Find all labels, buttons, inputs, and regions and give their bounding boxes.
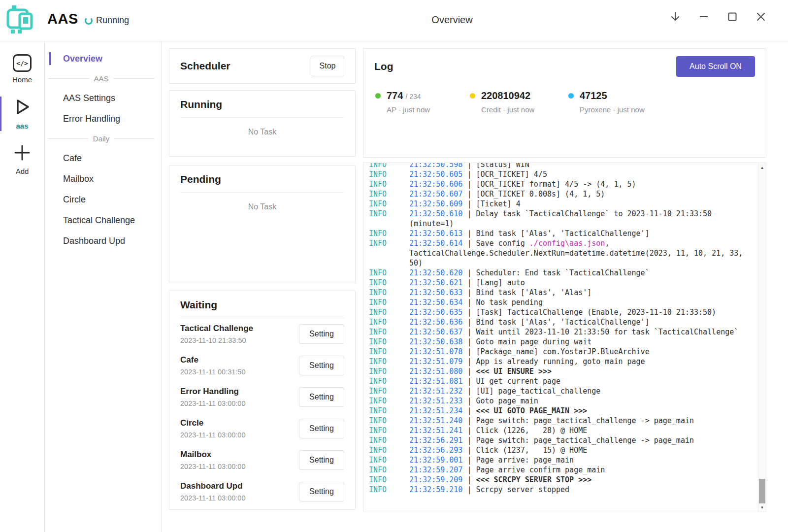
- log-header: Log Auto Scroll ON: [374, 56, 755, 77]
- log-separator: |: [462, 475, 476, 484]
- log-level: INFO: [369, 347, 409, 357]
- minimize-icon[interactable]: [696, 8, 711, 26]
- log-entry: INFO21:32:50.607 | [OCR_TICKET 0.008s] (…: [369, 189, 758, 199]
- log-timestamp: 21:32:51.080: [409, 367, 462, 376]
- stat-dot: [470, 93, 475, 99]
- log-body: 21:32:56.293 | Click (1237, 15) @ HOME: [409, 445, 745, 455]
- rail-item-add[interactable]: Add: [0, 138, 44, 181]
- sidebar-item-error-handling[interactable]: Error Handling: [45, 108, 161, 129]
- log-timestamp: 21:32:51.233: [409, 397, 462, 405]
- log-timestamp: 21:32:50.609: [409, 200, 462, 208]
- log-message: Wait until 2023-11-10 21:33:50 for task …: [476, 328, 738, 336]
- log-entry: INFO21:32:50.633 | Bind task ['Alas', 'A…: [369, 288, 758, 298]
- log-separator: |: [462, 357, 476, 366]
- task-setting-button[interactable]: Setting: [299, 356, 344, 375]
- log-level: INFO: [369, 317, 409, 327]
- task-setting-button[interactable]: Setting: [299, 324, 344, 344]
- sidebar-item-mailbox[interactable]: Mailbox: [45, 168, 161, 189]
- maximize-icon[interactable]: [725, 8, 740, 26]
- log-level: INFO: [369, 169, 409, 179]
- log-body: 21:32:59.207 | Page arrive confirm page_…: [409, 465, 745, 475]
- task-setting-button[interactable]: Setting: [299, 387, 344, 407]
- log-timestamp: 21:32:56.293: [409, 446, 462, 455]
- auto-scroll-button[interactable]: Auto Scroll ON: [676, 56, 755, 77]
- log-body: 21:32:56.291 | Page switch: page_tactica…: [409, 435, 745, 445]
- log-body: 21:32:51.241 | Click (1226, 28) @ HOME: [409, 426, 745, 435]
- log-lines: INFO21:32:50.598 | [Status] WININFO21:32…: [363, 163, 758, 512]
- log-level: INFO: [369, 209, 409, 229]
- log-message: [Status] WIN: [476, 163, 529, 169]
- log-timestamp: 21:32:50.635: [409, 308, 462, 317]
- waiting-task-list: Tactical Challenge2023-11-10 21:33:50Set…: [180, 318, 344, 507]
- log-body: 21:32:50.634 | No task pending: [409, 298, 745, 307]
- scroll-up-icon[interactable]: ▲: [758, 164, 766, 171]
- log-message: App is already running, goto main page: [476, 357, 645, 366]
- log-message: Page arrive: page_main: [476, 456, 574, 465]
- stat-value: 774/ 234: [387, 90, 430, 101]
- log-timestamp: 21:32:50.606: [409, 180, 462, 189]
- task-setting-button[interactable]: Setting: [299, 482, 344, 501]
- log-separator: |: [462, 278, 476, 287]
- log-separator: |: [462, 200, 476, 208]
- log-scrollbar[interactable]: ▲ ▼: [758, 163, 766, 512]
- log-body: 21:32:59.001 | Page arrive: page_main: [409, 455, 745, 465]
- scroll-down-icon[interactable]: ▼: [758, 503, 766, 511]
- sidebar-item-cafe[interactable]: Cafe: [45, 148, 161, 168]
- sidebar-item-tactical-challenge[interactable]: Tactical Challenge: [45, 210, 161, 231]
- close-icon[interactable]: [754, 8, 768, 26]
- waiting-task-info: Error Handling2023-11-11 03:00:00: [180, 387, 246, 407]
- window-controls: [668, 7, 768, 27]
- log-message: [Package_name] com.YostarJP.BlueArchive: [476, 347, 649, 356]
- waiting-task-row: Cafe2023-11-11 00:31:50Setting: [180, 350, 344, 381]
- log-entry: INFO21:32:59.207 | Page arrive confirm p…: [369, 465, 758, 475]
- sidebar-item-dashboard-upd[interactable]: Dashboard Upd: [45, 231, 161, 251]
- sidebar-item-aas-settings[interactable]: AAS Settings: [45, 88, 161, 108]
- log-level: INFO: [369, 298, 409, 307]
- download-icon[interactable]: [668, 8, 683, 26]
- sidebar-nav: OverviewAASAAS SettingsError HandlingDai…: [45, 41, 162, 532]
- sidebar-item-circle[interactable]: Circle: [45, 189, 161, 210]
- stat-number: 47125: [580, 90, 607, 101]
- waiting-task-time: 2023-11-11 00:31:50: [180, 368, 246, 376]
- log-level: INFO: [369, 357, 409, 366]
- log-timestamp: 21:32:50.613: [409, 229, 462, 238]
- log-separator: |: [462, 209, 476, 218]
- log-level: INFO: [369, 435, 409, 445]
- stat-suffix: / 234: [405, 93, 421, 100]
- log-level: INFO: [369, 445, 409, 455]
- rail-item-home[interactable]: </> Home: [0, 48, 44, 90]
- log-body: 21:32:50.637 | Wait until 2023-11-10 21:…: [409, 327, 745, 337]
- log-separator: |: [462, 308, 476, 317]
- running-spinner-icon: [85, 17, 93, 25]
- log-level: INFO: [369, 485, 409, 495]
- log-level: INFO: [369, 406, 409, 416]
- log-level: INFO: [369, 416, 409, 426]
- log-timestamp: 21:32:59.209: [409, 475, 462, 484]
- stat-dot: [568, 93, 574, 99]
- divider: [180, 117, 344, 118]
- home-code-icon: </>: [13, 54, 32, 72]
- waiting-task-name: Mailbox: [180, 450, 246, 460]
- log-entry: INFO21:32:50.613 | Bind task ['Alas', 'T…: [369, 229, 758, 238]
- running-card: Running No Task: [169, 90, 356, 157]
- waiting-task-info: Mailbox2023-11-11 03:00:00: [180, 450, 246, 470]
- task-setting-button[interactable]: Setting: [299, 450, 344, 470]
- log-timestamp: 21:32:51.079: [409, 357, 462, 366]
- sidebar-item-overview[interactable]: Overview: [45, 48, 161, 69]
- task-setting-button[interactable]: Setting: [299, 419, 344, 438]
- sidebar-nav-list: OverviewAASAAS SettingsError HandlingDai…: [45, 48, 161, 251]
- waiting-task-time: 2023-11-11 03:00:00: [180, 494, 246, 502]
- log-body: 21:32:50.610 | Delay task `TacticalChall…: [409, 209, 745, 229]
- rail-item-aas[interactable]: aas: [0, 92, 44, 136]
- scheduler-stop-button[interactable]: Stop: [311, 56, 344, 76]
- log-timestamp: 21:32:50.620: [409, 268, 462, 277]
- log-timestamp: 21:32:50.610: [409, 209, 462, 218]
- waiting-task-row: Circle2023-11-11 03:00:00Setting: [180, 413, 344, 444]
- log-message: No task pending: [476, 298, 542, 307]
- log-timestamp: 21:32:51.081: [409, 377, 462, 386]
- scrollbar-thumb[interactable]: [759, 479, 765, 503]
- log-message: Scrcpy server stopped: [476, 485, 569, 494]
- app-window: AAS Running Overview </> Home: [0, 0, 788, 532]
- log-entry: INFO21:32:50.620 | Scheduler: End task `…: [369, 268, 758, 278]
- stat-value: 47125: [580, 90, 645, 101]
